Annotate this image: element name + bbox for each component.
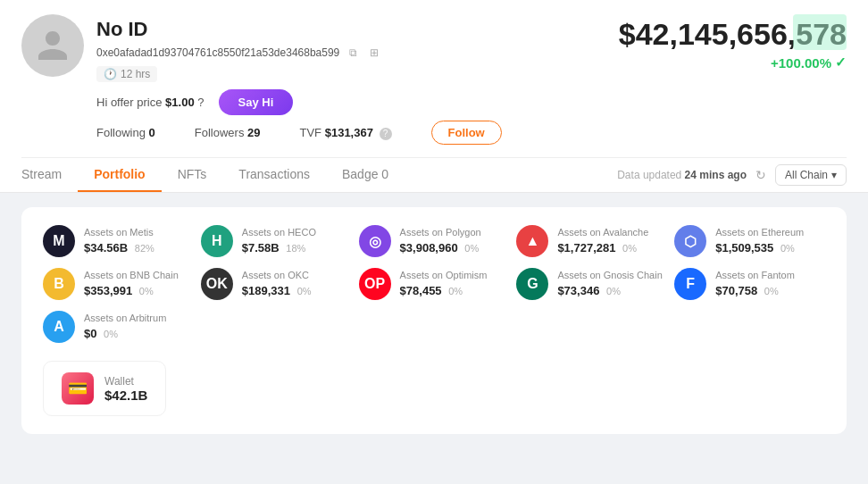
chain-select-label: All Chain — [785, 169, 828, 181]
asset-item[interactable]: ◎ Assets on Polygon $3,908,960 0% — [359, 225, 510, 257]
asset-item[interactable]: OK Assets on OKC $189,331 0% — [201, 268, 352, 300]
assets-grid: M Assets on Metis $34.56B 82% H Assets o… — [43, 225, 825, 343]
wallet-card: 💳 Wallet $42.1B — [43, 361, 166, 416]
followers-label: Followers — [195, 126, 245, 139]
asset-pct: 0% — [139, 286, 154, 296]
asset-pct: 0% — [780, 243, 795, 254]
profile-header: No ID 0xe0afadad1d93704761c8550f21a53de3… — [21, 14, 847, 82]
asset-value: $34.56B — [84, 241, 128, 255]
profile-left: No ID 0xe0afadad1d93704761c8550f21a53de3… — [21, 14, 382, 82]
asset-name: Assets on Optimism — [400, 269, 488, 282]
asset-pct: 0% — [606, 286, 621, 296]
tvf-label: TVF — [300, 126, 322, 139]
asset-item[interactable]: F Assets on Fantom $70,758 0% — [674, 268, 825, 300]
asset-icon: OP — [359, 268, 391, 300]
asset-icon: H — [201, 225, 233, 257]
hi-offer-price: $1.00 — [165, 96, 195, 109]
asset-info: Assets on Optimism $78,455 0% — [400, 269, 488, 299]
green-box-decoration — [793, 14, 847, 50]
asset-pct: 0% — [622, 243, 637, 254]
asset-value: $7.58B — [242, 241, 280, 255]
asset-pct: 0% — [297, 286, 312, 296]
followers-count: 29 — [247, 126, 260, 139]
asset-info: Assets on Gnosis Chain $73,346 0% — [557, 269, 662, 299]
follow-button[interactable]: Follow — [431, 121, 502, 145]
asset-name: Assets on Avalanche — [557, 226, 648, 239]
asset-info: Assets on Fantom $70,758 0% — [715, 269, 795, 299]
asset-value: $78,455 — [400, 284, 442, 297]
say-hi-button[interactable]: Say Hi — [219, 89, 294, 115]
data-updated-time: 24 mins ago — [685, 169, 747, 181]
asset-value-row: $189,331 0% — [242, 283, 312, 299]
time-badge: 🕐 12 hrs — [96, 66, 157, 82]
data-updated-label: Data updated 24 mins ago — [617, 169, 747, 181]
tab-portfolio[interactable]: Portfolio — [78, 158, 162, 192]
wallet-amount: $42.1B — [104, 388, 147, 403]
avatar — [21, 14, 84, 77]
asset-item[interactable]: ▲ Assets on Avalanche $1,727,281 0% — [516, 225, 667, 257]
asset-name: Assets on Arbitrum — [84, 312, 166, 325]
wallet-icon: 💳 — [62, 372, 94, 405]
asset-name: Assets on OKC — [242, 269, 312, 282]
hi-offer-label-text: Hi offer price — [96, 96, 162, 109]
tab-stream[interactable]: Stream — [21, 158, 78, 192]
wallet-address-text: 0xe0afadad1d93704761c8550f21a53de3468ba5… — [96, 46, 339, 59]
offer-and-sayhi-row: Hi offer price $1.00 ? Say Hi — [96, 82, 847, 121]
asset-icon: OK — [201, 268, 233, 300]
asset-item[interactable]: B Assets on BNB Chain $353,991 0% — [43, 268, 194, 300]
asset-name: Assets on BNB Chain — [84, 269, 179, 282]
asset-pct: 0% — [104, 329, 118, 339]
main-content: M Assets on Metis $34.56B 82% H Assets o… — [0, 193, 868, 463]
asset-item[interactable]: OP Assets on Optimism $78,455 0% — [359, 268, 510, 300]
asset-value-row: $1,509,535 0% — [715, 240, 804, 256]
tabs-row: Stream Portfolio NFTs Transactions Badge… — [21, 157, 847, 192]
copy-icon[interactable]: ⧉ — [345, 45, 361, 61]
asset-icon: B — [43, 268, 75, 300]
wallet-label: Wallet — [104, 375, 147, 388]
profile-right-wrap: $42,145,656,578 +100.00% ✓ — [619, 14, 847, 71]
asset-value: $3,908,960 — [400, 241, 458, 255]
hi-offer-help-icon[interactable]: ? — [197, 96, 204, 109]
wallet-info: Wallet $42.1B — [104, 375, 147, 403]
asset-value-row: $7.58B 18% — [242, 240, 316, 256]
clock-icon: 🕐 — [104, 68, 117, 80]
asset-icon: M — [43, 225, 75, 257]
asset-value: $1,727,281 — [557, 241, 615, 255]
asset-icon: F — [674, 268, 706, 300]
asset-name: Assets on Ethereum — [715, 226, 804, 239]
asset-value: $1,509,535 — [715, 241, 773, 255]
asset-item[interactable]: ⬡ Assets on Ethereum $1,509,535 0% — [674, 225, 825, 257]
asset-value: $353,991 — [84, 284, 132, 297]
tab-transactions[interactable]: Transactions — [222, 158, 326, 192]
asset-item[interactable]: M Assets on Metis $34.56B 82% — [43, 225, 194, 257]
tabs-meta: Data updated 24 mins ago ↻ All Chain ▾ — [617, 164, 847, 186]
following-stat: Following 0 — [96, 126, 155, 139]
asset-value: $73,346 — [557, 284, 599, 297]
asset-info: Assets on Avalanche $1,727,281 0% — [557, 226, 648, 256]
profile-sub-section: Hi offer price $1.00 ? Say Hi Following … — [21, 82, 847, 154]
asset-value-row: $73,346 0% — [557, 283, 662, 299]
tvf-value: $131,367 — [325, 126, 373, 139]
refresh-icon[interactable]: ↻ — [755, 168, 766, 182]
tab-badge[interactable]: Badge 0 — [326, 158, 405, 192]
asset-value: $189,331 — [242, 284, 290, 297]
asset-item[interactable]: H Assets on HECO $7.58B 18% — [201, 225, 352, 257]
asset-icon: ◎ — [359, 225, 391, 257]
asset-item[interactable]: G Assets on Gnosis Chain $73,346 0% — [516, 268, 667, 300]
hi-offer-label: Hi offer price $1.00 ? — [96, 96, 204, 109]
asset-pct: 0% — [448, 286, 463, 296]
chevron-down-icon: ▾ — [831, 169, 837, 181]
check-circle-icon: ✓ — [835, 54, 847, 71]
stats-and-follow-row: Following 0 Followers 29 TVF $131,367 ? … — [96, 121, 847, 154]
tab-nfts[interactable]: NFTs — [162, 158, 223, 192]
tvf-help-icon[interactable]: ? — [380, 128, 392, 140]
asset-item[interactable]: A Assets on Arbitrum $0 0% — [43, 311, 194, 343]
wallet-address-row: 0xe0afadad1d93704761c8550f21a53de3468ba5… — [96, 45, 382, 61]
asset-info: Assets on HECO $7.58B 18% — [242, 226, 316, 256]
qr-icon[interactable]: ⊞ — [366, 45, 382, 61]
asset-pct: 82% — [135, 243, 154, 254]
asset-name: Assets on Polygon — [400, 226, 481, 239]
asset-value-row: $78,455 0% — [400, 283, 488, 299]
chain-select[interactable]: All Chain ▾ — [775, 164, 847, 186]
top-bar: No ID 0xe0afadad1d93704761c8550f21a53de3… — [0, 0, 868, 193]
